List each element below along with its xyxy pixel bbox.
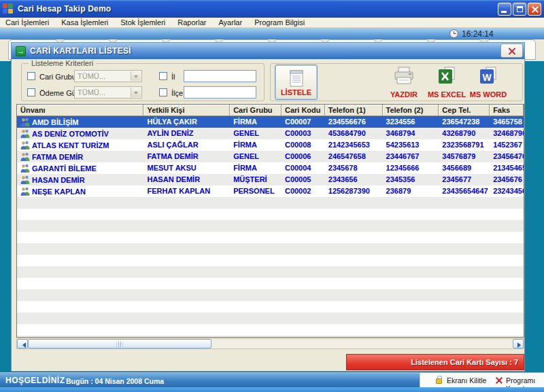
lock-screen-button[interactable]: Ekranı Kilitle — [447, 376, 486, 385]
column-header-telefon-1[interactable]: Telefon (1) — [325, 105, 383, 116]
status-bar: HOŞGELDİNİZ Bugün : 04 Nisan 2008 Cuma E… — [0, 372, 544, 387]
cari-grubu-checkbox[interactable] — [27, 72, 35, 80]
word-icon: W — [478, 66, 498, 86]
scrollbar-thumb[interactable] — [28, 339, 211, 349]
app-icon — [3, 3, 14, 14]
minimize-button[interactable] — [498, 3, 511, 16]
maximize-button[interactable] — [513, 3, 526, 16]
menu-bar: Cari İşlemleriKasa İşlemleriStok İşlemle… — [0, 18, 544, 28]
menu-item-kasa-i-lemleri[interactable]: Kasa İşlemleri — [61, 18, 108, 26]
empty-row — [17, 336, 524, 338]
cell-faks: 3246879040 — [490, 128, 524, 139]
cell-telefon-1: 453684790 — [325, 128, 383, 139]
scroll-left-button[interactable] — [17, 339, 28, 349]
menu-item-program-bilgisi[interactable]: Program Bilgisi — [254, 18, 305, 26]
dialog-close-button[interactable] — [500, 43, 523, 58]
cell-telefon-1: 2142345653 — [325, 139, 383, 151]
cell-cep-tel: 23435654647 — [439, 185, 490, 197]
cell-cari-grubu: GENEL — [230, 151, 282, 162]
odeme-gunu-checkbox[interactable] — [27, 88, 35, 96]
dialog-titlebar: → CARİ KARTLARI LİSTESİ — [12, 43, 524, 59]
column-header-cari-kodu[interactable]: Cari Kodu — [282, 105, 325, 116]
yazdir-button[interactable]: YAZDIR — [382, 65, 426, 100]
ilce-input[interactable] — [184, 86, 256, 99]
table-row[interactable]: FATMA DEMİRFATMA DEMİRGENELC000062465476… — [17, 151, 524, 162]
table-row[interactable]: HASAN DEMİRHASAN DEMİRMÜŞTERİC0000523436… — [17, 174, 524, 185]
excel-icon — [437, 66, 457, 86]
cell-nvan: AMD BİLİŞİM — [17, 116, 143, 128]
column-header-faks[interactable]: Faks — [490, 105, 524, 116]
window-close-button[interactable] — [528, 3, 541, 16]
cell-cep-tel: 3456689 — [439, 162, 490, 174]
cell-cari-grubu: MÜŞTERİ — [230, 174, 282, 185]
cell-cari-grubu: FİRMA — [230, 139, 282, 151]
statusbar-actions-panel: Ekranı Kilitle Programı Kapat — [420, 373, 544, 388]
actions-groupbox: LİSTELE YAZDIR MS EXCEL W — [270, 63, 523, 101]
column-header-nvan[interactable]: Ünvanı — [17, 105, 143, 116]
table-row[interactable]: AMD BİLİŞİMHÜLYA ÇAKIRFİRMAC000072345566… — [17, 116, 524, 128]
listele-button[interactable]: LİSTELE — [275, 65, 318, 100]
table-row[interactable]: GARANTİ BİLEMEMESUT AKSUFİRMAC0000423456… — [17, 162, 524, 174]
cell-nvan: AS DENİZ OTOMOTİV — [17, 128, 143, 139]
contact-people-icon — [20, 152, 30, 161]
word-button[interactable]: W MS WORD — [466, 65, 510, 100]
filter-groupbox: Listeleme Kriterleri Cari Grubu TÜMÜ... … — [21, 63, 265, 101]
cell-cari-kodu: C00004 — [282, 162, 325, 174]
cell-cep-tel: 43268790 — [439, 128, 490, 139]
cell-faks: 2134546578 — [490, 162, 524, 174]
table-row[interactable]: AS DENİZ OTOMOTİVAYLİN DENİZGENELC000034… — [17, 128, 524, 139]
empty-row — [17, 232, 524, 243]
cari-kartlari-dialog: → CARİ KARTLARI LİSTESİ Listeleme Kriter… — [11, 42, 525, 372]
cell-yetkili-ki-i: FERHAT KAPLAN — [143, 185, 230, 197]
table-row[interactable]: ATLAS KENT TURİZMASLI ÇAĞLARFİRMAC000082… — [17, 139, 524, 151]
table-row[interactable]: NEŞE KAPLANFERHAT KAPLANPERSONELC0000212… — [17, 185, 524, 197]
empty-row — [17, 197, 524, 209]
menu-item-ayarlar[interactable]: Ayarlar — [218, 18, 242, 26]
clock-icon — [449, 29, 458, 38]
ilce-label: İlçe — [171, 89, 183, 97]
scroll-right-button[interactable] — [513, 339, 524, 349]
cell-cep-tel: 34576879 — [439, 151, 490, 162]
cell-cari-kodu: C00008 — [282, 139, 325, 151]
column-header-telefon-2[interactable]: Telefon (2) — [383, 105, 439, 116]
column-header-cari-grubu[interactable]: Cari Grubu — [230, 105, 282, 116]
odeme-gunu-select[interactable]: TÜMÜ... — [74, 86, 142, 99]
cell-telefon-1: 2345678 — [325, 162, 383, 174]
cell-yetkili-ki-i: AYLİN DENİZ — [143, 128, 230, 139]
printer-icon — [392, 66, 415, 86]
menu-item-stok-i-lemleri[interactable]: Stok İşlemleri — [120, 18, 165, 26]
cell-yetkili-ki-i: ASLI ÇAĞLAR — [143, 139, 230, 151]
red-x-icon — [495, 376, 503, 385]
ilce-checkbox[interactable] — [159, 88, 167, 96]
cell-cari-grubu: PERSONEL — [230, 185, 282, 197]
menu-item-raporlar[interactable]: Raporlar — [177, 18, 206, 26]
il-input[interactable] — [184, 70, 256, 82]
empty-row — [17, 313, 524, 324]
cell-faks: 23456476 — [490, 151, 524, 162]
contact-people-icon — [20, 141, 30, 149]
cell-telefon-2: 236879 — [383, 185, 439, 197]
cell-cep-tel: 2345677 — [439, 174, 490, 185]
empty-row — [17, 324, 524, 336]
cell-telefon-1: 2343656 — [325, 174, 383, 185]
il-checkbox[interactable] — [159, 72, 167, 80]
welcome-label: HOŞGELDİNİZ — [5, 376, 65, 385]
contact-people-icon — [20, 129, 30, 138]
horizontal-scrollbar[interactable] — [16, 338, 524, 349]
column-header-cep-tel[interactable]: Cep Tel. — [439, 105, 490, 116]
dropdown-arrow-icon — [131, 71, 141, 81]
empty-row — [17, 301, 524, 313]
column-header-yetkili-ki-i[interactable]: Yetkili Kişi — [143, 105, 230, 116]
empty-row — [17, 278, 524, 289]
cell-cari-grubu: FİRMA — [230, 162, 282, 174]
menu-item-cari-i-lemleri[interactable]: Cari İşlemleri — [5, 18, 49, 26]
cell-yetkili-ki-i: HASAN DEMİR — [143, 174, 230, 185]
window-titlebar: Cari Hesap Takip Demo — [0, 0, 544, 18]
cell-cari-kodu: C00002 — [282, 185, 325, 197]
cari-grubu-select[interactable]: TÜMÜ... — [74, 70, 142, 82]
cell-nvan: HASAN DEMİR — [17, 174, 143, 185]
cell-faks: 1452367 — [490, 139, 524, 151]
dropdown-arrow-icon — [131, 88, 141, 97]
cell-yetkili-ki-i: HÜLYA ÇAKIR — [143, 116, 230, 128]
count-badge: Listelenen Cari Kartı Sayısı : 7 — [346, 354, 524, 370]
